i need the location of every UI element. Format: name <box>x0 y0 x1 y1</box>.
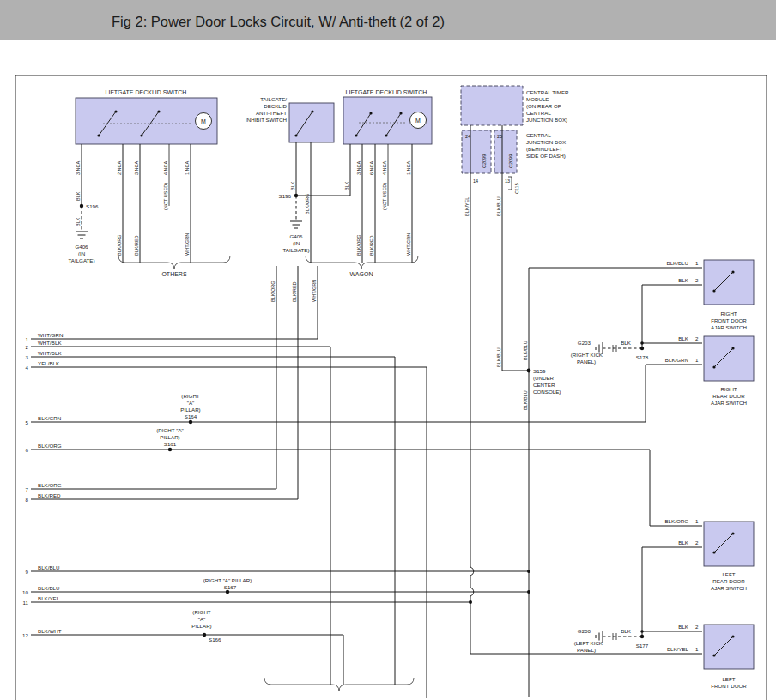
wire-label: BLK/ORG <box>664 518 688 524</box>
row-label: WHT/BLK <box>38 340 62 346</box>
wire-label: BLK <box>621 340 632 346</box>
ground-loc: (RIGHT KICK <box>571 352 603 358</box>
row-label: YEL/BLK <box>38 360 60 366</box>
wire-label: WHT/GRN <box>312 280 317 302</box>
wire-label: BLK <box>344 181 349 190</box>
ground-loc: PANEL) <box>577 359 596 365</box>
row-number: 4 <box>26 365 29 371</box>
junction-label: CENTRAL <box>526 132 551 138</box>
pin-label: 3 NCA <box>76 160 81 175</box>
inhibit-title: TAILGATE/ <box>260 96 287 102</box>
row-number: 11 <box>23 600 29 606</box>
timer-label: (ON REAR OF <box>526 103 561 109</box>
splice-s164: (RIGHT "A" PILLAR) S164 <box>180 393 200 424</box>
row-label: BLK/ORG <box>38 443 62 449</box>
splice-label: S161 <box>164 441 177 447</box>
row-number: 1 <box>26 336 29 342</box>
wire-label: (NOT USED) <box>382 183 387 210</box>
conn-name: C2099 <box>508 154 513 168</box>
row-number: 3 <box>26 354 29 360</box>
row-label: BLK/RED <box>38 492 61 498</box>
wire-blk <box>296 144 350 196</box>
wire-label: BLK <box>290 181 295 190</box>
splice-loc: PILLAR) <box>191 623 211 629</box>
pin-number: 2 <box>695 277 699 283</box>
ground-loc: TAILGATE) <box>282 247 309 253</box>
row-label: BLK/ORG <box>38 482 62 488</box>
row-number: 7 <box>26 486 29 492</box>
door-caption: RIGHT <box>720 386 737 392</box>
conn-num: 25 <box>497 134 502 139</box>
page-title: Fig 2: Power Door Locks Circuit, W/ Anti… <box>112 14 445 29</box>
timer-label: JUNCTION BOX) <box>526 117 567 123</box>
motor-label: M <box>201 118 206 124</box>
row-number: 10 <box>22 589 28 595</box>
splice-loc: PILLAR) <box>160 434 179 440</box>
row-label: WHT/BLK <box>38 350 62 356</box>
splice-label: S164 <box>185 413 197 419</box>
row-number: 6 <box>26 447 29 453</box>
splice-s167: (RIGHT "A" PILLAR) S167 <box>203 577 252 594</box>
motor-label: M <box>415 118 421 124</box>
splice-loc: (UNDER <box>533 375 555 381</box>
timer-label: MODULE <box>526 96 549 102</box>
pin-label: 4 NCA <box>163 160 168 175</box>
row-label: BLK/BLU <box>38 564 59 570</box>
wire-label: BLK <box>678 277 689 283</box>
pin-label: 3 NCA <box>356 160 361 175</box>
row-number: 9 <box>26 569 29 575</box>
wire-label: BLK/YEL <box>667 646 689 652</box>
door-ajar-rear-right: BLK 2 BLK/GRN 1 RIGHT REAR DOOR AJAR SWI… <box>642 335 754 406</box>
wire-label: BLK <box>678 540 689 546</box>
splice-label: S196 <box>279 193 292 199</box>
diagram-border <box>15 75 767 700</box>
row-label: BLK/WHT <box>38 628 62 634</box>
conn-name: C2099 <box>482 154 487 168</box>
pin-label: 1 NCA <box>185 160 190 175</box>
wire-label: WHT/GRN <box>185 233 190 256</box>
row-number: 12 <box>22 632 28 638</box>
wire-label: BLK/RED <box>292 281 297 302</box>
splice-loc: "A" <box>187 400 195 406</box>
ground-label: G203 <box>578 340 591 346</box>
wire-label: BLK/ORG <box>305 194 310 214</box>
wire-label: BLK <box>76 191 81 201</box>
ground-g406-icon <box>290 221 302 228</box>
liftgate-switch-left: LIFTGATE DECKLID SWITCH M 3 NCA BLK S196… <box>68 89 217 263</box>
door-caption: AJAR SWITCH <box>711 585 747 591</box>
ground-loc: TAILGATE) <box>68 257 94 263</box>
junction-dot <box>640 341 644 345</box>
ground-label: G406 <box>75 244 88 250</box>
wiring-diagram-page: Fig 2: Power Door Locks Circuit, W/ Anti… <box>0 0 776 700</box>
pin-number: 1 <box>695 518 699 524</box>
splice-label: S177 <box>636 643 649 649</box>
door-caption: REAR DOOR <box>712 578 745 584</box>
door-caption: AJAR SWITCH <box>711 324 747 330</box>
splice-s177 <box>640 635 644 638</box>
trunk-blk-red <box>31 266 298 499</box>
door-caption: REAR DOOR <box>712 393 745 399</box>
pin-label: 6 NCA <box>369 160 374 175</box>
wire-row3 <box>31 357 395 685</box>
pin-number: 14 <box>473 178 478 184</box>
door-switch-box <box>704 336 754 381</box>
row-label: BLK/GRN <box>38 415 61 421</box>
pin-label: 1 NCA <box>406 160 411 175</box>
pin-number: 2 <box>695 624 699 630</box>
wire-blk-yel-main <box>470 173 702 654</box>
inhibit-title: ANTI-THEFT <box>256 110 287 116</box>
wire-label: BLK/BLU <box>496 347 501 367</box>
splice-loc: (RIGHT <box>192 609 211 615</box>
wire-label: BLK/BLU <box>496 196 501 216</box>
door-caption: LEFT <box>722 571 735 577</box>
inhibit-title: INHIBIT SWITCH <box>246 117 287 123</box>
wire-label: BLK/BLU <box>667 260 688 266</box>
junction-dot <box>640 630 644 633</box>
wire-label: (NOT USED) <box>163 183 168 210</box>
pin-number: 1 <box>695 646 699 652</box>
door-switch-box <box>704 260 754 305</box>
door-caption: AJAR SWITCH <box>711 400 747 406</box>
door-caption: FRONT DOOR <box>711 317 747 323</box>
ground-loc: (IN <box>78 250 85 256</box>
ground-label: G200 <box>578 628 591 634</box>
